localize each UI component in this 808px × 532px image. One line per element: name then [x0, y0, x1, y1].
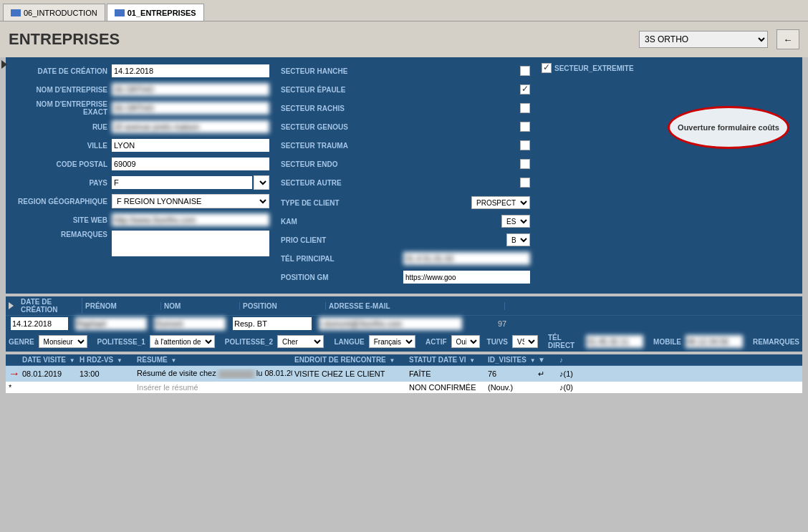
mobile-input[interactable] [686, 335, 743, 348]
contact-row: 97 [6, 315, 802, 332]
section-arrow [1, 60, 7, 69]
type-client-select[interactable]: PROSPECT [471, 196, 530, 209]
visits-col-header-date[interactable]: DATE VISITE ▼ [20, 356, 77, 364]
kam-row: KAM ES [281, 213, 530, 229]
contact-position [231, 317, 317, 330]
visit-row-arrow: → [9, 367, 20, 380]
col-header-email: ADRESSE E-MAIL [326, 302, 505, 310]
contacts-header: DATE DE CRÉATION PRÉNOM NOM POSITION ADR… [6, 296, 802, 315]
region-select[interactable]: F REGION LYONNAISE [112, 194, 269, 208]
visits-col-header-resume[interactable]: RÉSUMÉ ▼ [135, 356, 292, 364]
politesse1-label: POLITESSE_1 [97, 338, 145, 346]
ville-row: VILLE [11, 137, 269, 153]
contacts-header-arrow [9, 302, 14, 309]
genre-select[interactable]: Monsieur [39, 335, 87, 348]
tab-label-entreprises: 01_ENTREPRISES [128, 9, 196, 17]
callout-formulaire-costs[interactable]: Ouverture formulaire coûts [668, 106, 789, 149]
pays-input[interactable] [112, 176, 252, 189]
kam-select[interactable]: ES [501, 215, 530, 228]
contact-nom-input[interactable] [154, 317, 226, 330]
actif-label: ACTIF [425, 338, 446, 346]
contact-prenom-input[interactable] [75, 317, 147, 330]
visit-date: 08.01.2019 [20, 369, 77, 378]
secteur-hanche-checkbox[interactable] [520, 66, 530, 76]
visit-hrdz: 13:00 [77, 369, 135, 378]
contact-prenom [73, 317, 152, 330]
secteur-endo-checkbox[interactable] [520, 159, 530, 169]
visits-col-header-arrow: ▼ [536, 356, 557, 364]
visit-row-1[interactable]: → 08.01.2019 13:00 Résumé de visite chez… [6, 366, 802, 382]
secteur-autre-label: SECTEUR AUTRE [281, 179, 520, 187]
secteur-autre-row: SECTEUR AUTRE [281, 175, 530, 190]
position-gm-label: POSITION GM [281, 274, 403, 281]
langue-label: LANGUE [334, 338, 364, 346]
politesse1-select[interactable]: à l'attention de [150, 335, 215, 348]
secteur-genous-row: SECTEUR GENOUS [281, 119, 530, 135]
contact-email-input[interactable] [319, 317, 462, 330]
visit-sound[interactable]: ♪(1) [557, 369, 586, 378]
rue-input[interactable] [112, 120, 269, 133]
secteur-epaule-label: SECTEUR ÉPAULE [281, 86, 520, 94]
region-row: REGION GÉOGRAPHIQUE F REGION LYONNAISE [11, 193, 269, 209]
actif-select[interactable]: Oui [451, 335, 480, 348]
visit-new-id: (Nouv.) [486, 383, 536, 392]
remarques-label: REMARQUES [11, 231, 112, 238]
mobile-label: MOBILE [653, 338, 681, 346]
col-header-nom: NOM [161, 302, 240, 310]
secteur-rachis-row: SECTEUR RACHIS [281, 100, 530, 116]
nom-entreprise-input[interactable] [112, 83, 269, 96]
visit-new-sound: ♪(0) [557, 383, 586, 392]
visits-col-header-id[interactable]: ID_VISITES ▼ [486, 356, 536, 364]
tab-entreprises[interactable]: 01_ENTREPRISES [107, 4, 204, 21]
visit-new-resume[interactable]: Insérer le résumé [135, 383, 292, 392]
tel-direct-input[interactable] [586, 335, 643, 348]
secteurs-group: SECTEUR HANCHE SECTEUR ÉPAULE SECTEUR RA… [281, 63, 530, 190]
nom-entreprise-exact-input[interactable] [112, 102, 269, 115]
politesse2-select[interactable]: Cher [277, 335, 324, 348]
secteur-trauma-label: SECTEUR TRAUMA [281, 142, 520, 150]
secteur-trauma-checkbox[interactable] [520, 140, 530, 150]
site-web-input[interactable] [112, 213, 269, 226]
tab-bar: 06_INTRODUCTION 01_ENTREPRISES [0, 0, 808, 21]
visit-id: 76 [486, 369, 536, 378]
secteur-epaule-checkbox[interactable] [520, 84, 530, 95]
secteur-genous-checkbox[interactable] [520, 122, 530, 132]
ville-input[interactable] [112, 139, 269, 152]
tab-icon-introduction [11, 9, 21, 16]
contact-position-input[interactable] [233, 317, 312, 330]
remarques-row: REMARQUES [11, 231, 269, 256]
code-postal-input[interactable] [112, 158, 269, 170]
secteur-endo-row: SECTEUR ENDO [281, 156, 530, 172]
genre-label: GENRE [9, 338, 34, 346]
nom-entreprise-label: NOM D'ENTREPRISE [11, 86, 112, 94]
tab-label-introduction: 06_INTRODUCTION [24, 9, 97, 17]
visit-new-row: * Insérer le résumé NON CONFIRMÉE (Nouv.… [6, 382, 802, 393]
prio-client-select[interactable]: B [506, 233, 530, 246]
position-gm-input[interactable] [403, 271, 530, 284]
secteur-extremite-checkbox[interactable] [542, 63, 552, 73]
code-postal-label: CODE POSTAL [11, 160, 112, 168]
politesse2-label: POLITESSE_2 [225, 338, 273, 346]
visits-col-header-hrdz[interactable]: H RDZ-VS ▼ [77, 356, 135, 364]
date-creation-input[interactable] [112, 64, 269, 77]
secteur-rachis-checkbox[interactable] [520, 103, 530, 113]
tuVs-select[interactable]: VS [512, 335, 538, 348]
tel-principal-input[interactable] [403, 252, 530, 265]
tab-introduction[interactable]: 06_INTRODUCTION [3, 4, 105, 21]
visits-col-header-endroit[interactable]: ENDROIT DE RENCONTRE ▼ [292, 356, 407, 364]
visits-col-header-statut[interactable]: STATUT DATE VI ▼ [407, 356, 486, 364]
secteur-trauma-row: SECTEUR TRAUMA [281, 137, 530, 153]
position-gm-row: POSITION GM [281, 269, 530, 285]
contact-date-input[interactable] [11, 317, 68, 330]
back-button[interactable]: ← [776, 29, 799, 49]
contact-extra-row: GENRE Monsieur POLITESSE_1 à l'attention… [6, 332, 802, 352]
langue-select[interactable]: Français [369, 335, 415, 348]
visit-enter-icon[interactable]: ↵ [536, 369, 557, 379]
form-grid: DATE DE CRÉATION NOM D'ENTREPRISE NOM D'… [11, 63, 797, 288]
remarques-textarea[interactable] [112, 231, 269, 256]
secteur-autre-checkbox[interactable] [520, 178, 530, 188]
pays-select[interactable] [254, 175, 269, 190]
back-icon: ← [783, 34, 792, 45]
type-client-row: TYPE DE CLIENT PROSPECT [281, 195, 530, 211]
company-select[interactable]: 3S ORTHO [639, 31, 768, 48]
